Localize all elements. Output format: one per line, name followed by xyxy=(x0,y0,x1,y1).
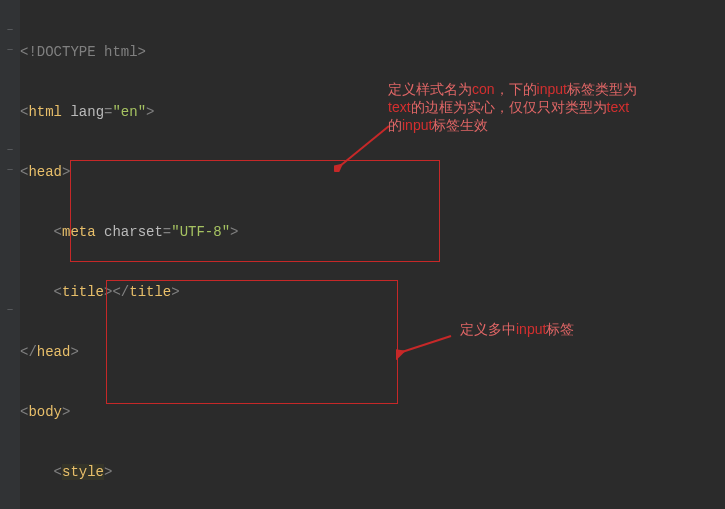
svg-line-1 xyxy=(402,336,451,352)
annotation-text-bottom: 定义多中input标签 xyxy=(460,320,574,338)
fold-icon[interactable]: − xyxy=(4,44,16,56)
fold-icon[interactable]: − xyxy=(4,304,16,316)
code-line[interactable]: </head> xyxy=(20,342,297,362)
fold-icon[interactable]: − xyxy=(4,164,16,176)
code-editor[interactable]: − − − − − <!DOCTYPE html> <html lang="en… xyxy=(0,0,725,509)
code-line[interactable]: <head> xyxy=(20,162,297,182)
code-line[interactable]: <style> xyxy=(20,462,297,482)
arrow-icon xyxy=(334,122,394,172)
svg-line-0 xyxy=(340,126,389,166)
code-area[interactable]: <!DOCTYPE html> <html lang="en"> <head> … xyxy=(20,2,297,509)
arrow-icon xyxy=(396,330,456,360)
gutter: − − − − − xyxy=(0,0,20,509)
code-line[interactable]: <!DOCTYPE html> xyxy=(20,42,297,62)
fold-icon[interactable]: − xyxy=(4,144,16,156)
code-line[interactable]: <html lang="en"> xyxy=(20,102,297,122)
annotation-text-top: 定义样式名为con，下的input标签类型为 text的边框为实心，仅仅只对类型… xyxy=(388,80,708,134)
code-line[interactable]: <body> xyxy=(20,402,297,422)
fold-icon[interactable]: − xyxy=(4,24,16,36)
code-line[interactable]: <meta charset="UTF-8"> xyxy=(20,222,297,242)
code-line[interactable]: <title></title> xyxy=(20,282,297,302)
